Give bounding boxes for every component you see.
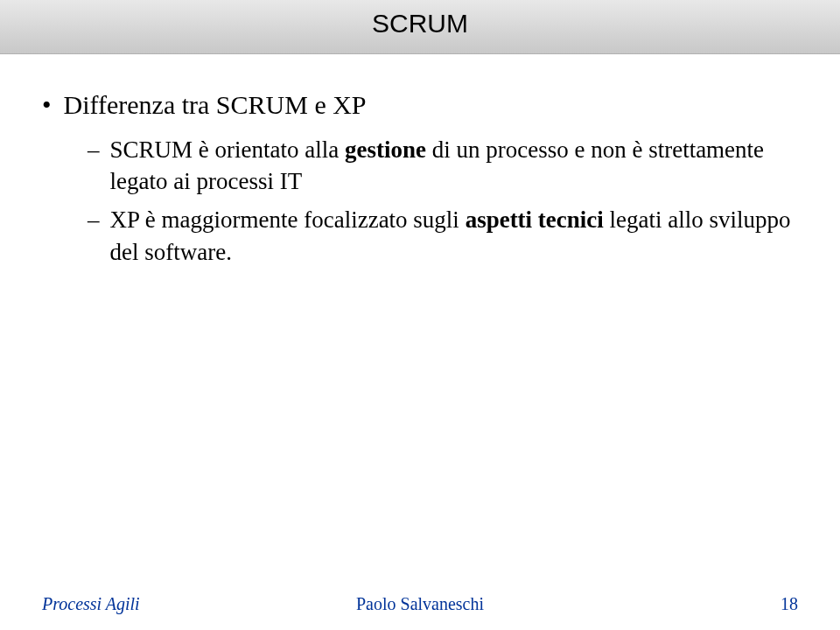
footer: Processi Agili Paolo Salvaneschi 18 — [0, 594, 840, 614]
bullet-level1: • Differenza tra SCRUM e XP — [42, 88, 798, 123]
text-prefix: SCRUM è orientato alla — [110, 136, 345, 163]
dash-icon: – — [88, 204, 100, 235]
footer-left: Processi Agili — [42, 594, 140, 614]
text-prefix: XP è maggiormente focalizzato sugli — [110, 206, 466, 233]
slide-title: SCRUM — [372, 9, 468, 38]
text-bold: aspetti tecnici — [466, 206, 604, 233]
bullet-level2-item: – XP è maggiormente focalizzato sugli as… — [88, 204, 798, 268]
bullet-level2-text: XP è maggiormente focalizzato sugli aspe… — [110, 204, 793, 268]
footer-center: Paolo Salvaneschi — [356, 594, 484, 614]
header-bar: SCRUM — [0, 0, 840, 54]
bullet-dot-icon: • — [42, 88, 52, 122]
bullet-level2-text: SCRUM è orientato alla gestione di un pr… — [110, 134, 793, 198]
bullet-level2-item: – SCRUM è orientato alla gestione di un … — [88, 134, 798, 198]
footer-page-number: 18 — [780, 594, 798, 614]
slide-content: • Differenza tra SCRUM e XP – SCRUM è or… — [0, 54, 840, 268]
bullet-level1-text: Differenza tra SCRUM e XP — [64, 88, 367, 123]
text-bold: gestione — [345, 136, 426, 163]
dash-icon: – — [88, 134, 100, 165]
